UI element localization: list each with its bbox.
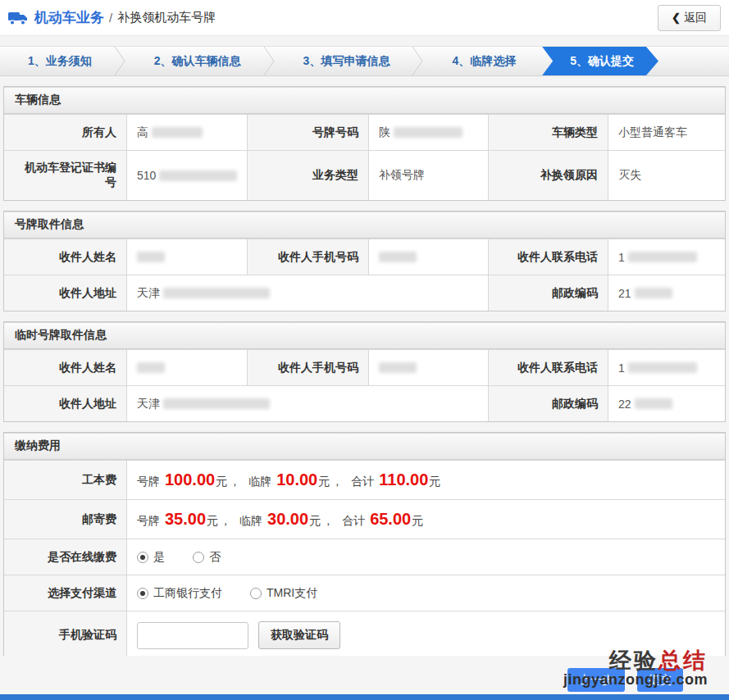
table-row: 收件人地址 天津 邮政编码 22: [4, 385, 725, 421]
table-row: 选择支付渠道 工商银行支付 TMRI支付: [4, 575, 725, 611]
redacted-text: [379, 252, 417, 262]
plate-number-label: 号牌号码: [248, 115, 369, 150]
fee-amount: 35.00: [165, 510, 206, 529]
table-row: 收件人姓名 收件人手机号码 收件人联系电话 1: [4, 239, 725, 275]
table-row: 收件人姓名 收件人手机号码 收件人联系电话 1: [4, 349, 725, 385]
radio-label: TMRI支付: [267, 586, 317, 601]
section-title: 号牌取件信息: [4, 211, 725, 239]
page-title: 机动车业务: [34, 8, 104, 27]
online-payment-label: 是否在线缴费: [4, 539, 127, 575]
zip-code-value: 21: [608, 275, 725, 311]
postage-fee-label: 邮寄费: [4, 500, 127, 539]
radio-selected-icon[interactable]: [137, 588, 148, 599]
recipient-mobile-value: [369, 350, 489, 385]
step-4-temp-plate[interactable]: 4、临牌选择: [424, 47, 537, 75]
zip-code-label: 邮政编码: [489, 275, 608, 311]
back-button[interactable]: ❮ 返回: [658, 5, 721, 31]
breadcrumb-divider: /: [109, 11, 112, 25]
recipient-phone-label: 收件人联系电话: [489, 239, 608, 275]
redacted-text: [635, 288, 672, 298]
submit-button[interactable]: 提交: [637, 668, 683, 692]
fee-amount: 10.00: [276, 470, 317, 489]
get-sms-code-button[interactable]: 获取验证码: [258, 621, 340, 649]
recipient-name-label: 收件人姓名: [4, 239, 127, 275]
recipient-name-label: 收件人姓名: [4, 350, 127, 385]
step-2-confirm-vehicle[interactable]: 2、确认车辆信息: [126, 47, 262, 75]
step-separator-icon: [262, 47, 276, 75]
radio-online-no[interactable]: 否: [193, 550, 221, 565]
fee-amount: 65.00: [370, 510, 411, 529]
online-payment-options: 是 否: [127, 539, 725, 575]
fee-amount: 110.00: [379, 470, 428, 489]
redacted-text: [163, 398, 270, 409]
radio-channel-tmri[interactable]: TMRI支付: [250, 586, 317, 601]
step-5-confirm-submit[interactable]: 5、确认提交: [542, 47, 658, 75]
recipient-phone-label: 收件人联系电话: [489, 350, 608, 385]
radio-label: 否: [209, 550, 221, 565]
sms-code-label: 手机验证码: [4, 611, 127, 659]
table-row: 所有人 高 号牌号码 陕 车辆类型 小型普通客车: [4, 114, 725, 150]
table-row: 机动车登记证书编号 510 业务类型 补领号牌 补换领原因 灭失: [4, 150, 725, 200]
section-vehicle-info: 车辆信息 所有人 高 号牌号码 陕 车辆类型 小型普通客车 机动车登记证书编号 …: [3, 86, 726, 201]
owner-value: 高: [127, 115, 248, 150]
recipient-phone-value: 1: [608, 350, 725, 385]
production-fee-value: 号牌100.00元， 临牌10.00元， 合计110.00元: [127, 461, 725, 499]
radio-unselected-icon[interactable]: [193, 552, 204, 563]
zip-code-value: 22: [608, 386, 725, 421]
table-row: 是否在线缴费 是 否: [4, 539, 725, 575]
radio-label: 工商银行支付: [153, 586, 222, 601]
redacted-text: [137, 252, 165, 262]
postage-fee-value: 号牌35.00元， 临牌30.00元， 合计65.00元: [127, 500, 725, 539]
top-bar: 机动车业务 / 补换领机动车号牌 ❮ 返回: [0, 0, 729, 36]
step-progress-bar: 1、业务须知 2、确认车辆信息 3、填写申请信息 4、临牌选择 5、确认提交: [0, 46, 729, 76]
recipient-address-label: 收件人地址: [4, 275, 127, 311]
bottom-blue-strip: [0, 694, 729, 700]
step-3-fill-application[interactable]: 3、填写申请信息: [276, 47, 412, 75]
back-label: 返回: [684, 11, 707, 25]
section-title: 缴纳费用: [4, 433, 725, 460]
back-arrow-icon: ❮: [672, 11, 681, 24]
recipient-address-value: 天津: [127, 275, 489, 311]
previous-step-button[interactable]: 上一步: [567, 668, 625, 692]
registration-cert-value: 510: [127, 151, 248, 200]
step-separator-icon: [411, 47, 424, 75]
payment-channel-options: 工商银行支付 TMRI支付: [127, 575, 725, 611]
redacted-text: [628, 252, 697, 262]
redacted-text: [163, 288, 270, 298]
fee-amount: 100.00: [165, 470, 215, 489]
sms-code-input[interactable]: [137, 622, 248, 649]
table-row: 收件人地址 天津 邮政编码 21: [4, 275, 725, 311]
section-title: 车辆信息: [4, 87, 725, 114]
reason-label: 补换领原因: [489, 151, 608, 200]
registration-cert-label: 机动车登记证书编号: [4, 151, 127, 200]
radio-label: 是: [153, 550, 165, 565]
step-1-notice[interactable]: 1、业务须知: [0, 47, 113, 75]
plate-number-value: 陕: [369, 115, 489, 150]
payment-channel-label: 选择支付渠道: [4, 575, 127, 611]
breadcrumb-current: 补换领机动车号牌: [117, 10, 216, 25]
redacted-text: [635, 398, 672, 409]
sms-code-field: 获取验证码: [127, 611, 725, 659]
recipient-address-label: 收件人地址: [4, 386, 127, 421]
recipient-phone-value: 1: [608, 239, 725, 275]
section-title: 临时号牌取件信息: [4, 322, 725, 349]
redacted-text: [159, 170, 237, 181]
business-type-value: 补领号牌: [369, 151, 489, 200]
zip-code-label: 邮政编码: [489, 386, 608, 421]
redacted-text: [628, 362, 697, 373]
production-fee-label: 工本费: [4, 461, 127, 499]
vehicle-type-label: 车辆类型: [489, 115, 608, 150]
reason-value: 灭失: [608, 151, 725, 200]
vehicle-type-value: 小型普通客车: [608, 115, 725, 150]
radio-channel-icbc[interactable]: 工商银行支付: [137, 586, 222, 601]
owner-label: 所有人: [4, 115, 127, 150]
recipient-mobile-value: [369, 239, 489, 275]
table-row: 邮寄费 号牌35.00元， 临牌30.00元， 合计65.00元: [4, 499, 725, 539]
radio-unselected-icon[interactable]: [250, 588, 262, 599]
radio-online-yes[interactable]: 是: [137, 550, 165, 565]
redacted-text: [394, 127, 462, 138]
radio-selected-icon[interactable]: [137, 552, 148, 563]
recipient-name-value: [127, 350, 248, 385]
recipient-address-value: 天津: [127, 386, 489, 421]
redacted-text: [152, 127, 203, 138]
